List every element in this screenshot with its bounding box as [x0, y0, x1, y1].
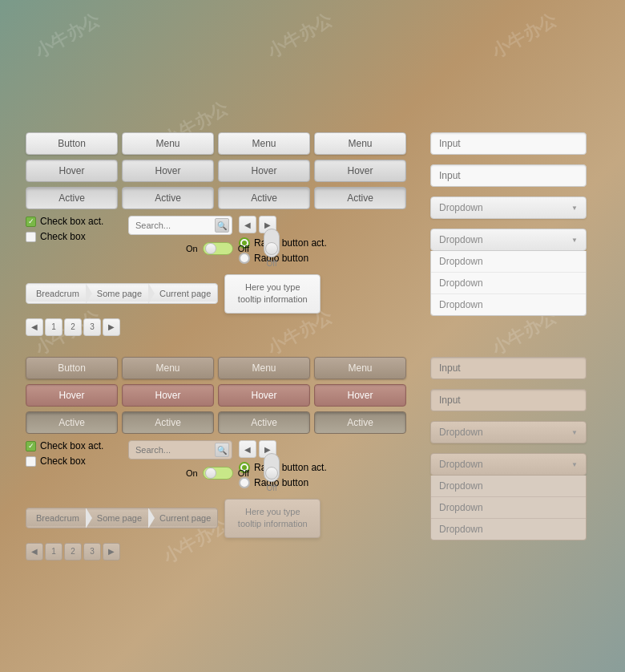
page-next[interactable]: ▶: [103, 318, 120, 336]
toggle-on-row: On Off: [186, 242, 249, 255]
btn-row-active: Active Active Active Active: [26, 187, 442, 209]
page-prev-dark[interactable]: ◀: [26, 543, 43, 561]
dropdown-open-container: Dropdown ▼ Dropdown Dropdown Dropdown: [430, 229, 599, 316]
button-normal-dark[interactable]: Button: [26, 357, 118, 379]
button-normal-light[interactable]: Button: [26, 132, 118, 155]
toggle-on-dark[interactable]: [203, 467, 233, 480]
dropdown-arrow-icon: ▼: [571, 204, 578, 212]
toggle-thumb: [205, 243, 216, 254]
dropdown-item-1-light[interactable]: Dropdown: [431, 251, 586, 273]
btn-row-hover: Hover Hover Hover Hover: [26, 160, 442, 182]
light-section: Button Menu Menu Menu Hover Hover Hover …: [26, 132, 442, 336]
toggle-on-label: On: [186, 244, 198, 253]
active-btn1-dark[interactable]: Active: [26, 411, 118, 434]
dropdown-item-3-dark[interactable]: Dropdown: [431, 519, 586, 540]
dropdown-item-3-light[interactable]: Dropdown: [431, 294, 586, 315]
dropdown-open-dark[interactable]: Dropdown ▼: [430, 453, 587, 476]
dropdown-menu-light: Dropdown Dropdown Dropdown: [430, 251, 587, 316]
hover-btn3-dark[interactable]: Hover: [218, 384, 310, 407]
tooltip-box-dark: Here you type tooltip information: [224, 499, 321, 538]
active-btn2-light[interactable]: Active: [122, 187, 214, 209]
page-2-dark[interactable]: 2: [64, 543, 82, 561]
dropdown-arrow-dark-icon: ▼: [571, 429, 578, 436]
toggle-vertical[interactable]: [264, 229, 280, 257]
dropdown-item-2-dark[interactable]: Dropdown: [431, 497, 586, 519]
search-wrap: 🔍: [128, 216, 232, 235]
dropdown-item-2-light[interactable]: Dropdown: [431, 273, 586, 294]
checkbox-row: Check box: [26, 231, 122, 242]
page-next-dark[interactable]: ▶: [103, 543, 120, 561]
checkbox-act-box[interactable]: ✓: [26, 217, 36, 227]
search-wrap-dark: 🔍: [128, 440, 232, 459]
hover-btn2-light[interactable]: Hover: [122, 160, 214, 182]
toggle-vertical-dark[interactable]: [264, 453, 280, 482]
checkbox-act-box-dark[interactable]: ✓: [26, 441, 36, 451]
checkbox-check-icon: ✓: [28, 218, 34, 225]
toggle-on-row-dark: On Off: [186, 467, 249, 480]
toggle-off-btn-dark: Off: [264, 453, 280, 492]
breadcrumb-item-1-dark[interactable]: Breadcrum: [26, 510, 86, 526]
checkbox-check-dark-icon: ✓: [28, 443, 34, 450]
active-btn4-light[interactable]: Active: [314, 187, 406, 209]
checkbox-act-label-dark: Check box act.: [40, 440, 103, 451]
breadcrumb-item-3[interactable]: Current page: [148, 285, 217, 302]
menu-btn3-dark[interactable]: Menu: [314, 357, 406, 379]
toggle-thumb-v-dark: [265, 467, 278, 480]
toggle-thumb-dark: [205, 468, 216, 479]
menu-btn2-light[interactable]: Menu: [218, 132, 310, 155]
hover-btn1-light[interactable]: Hover: [26, 160, 118, 182]
menu-btn3-light[interactable]: Menu: [314, 132, 406, 155]
breadcrumb-item-1[interactable]: Breadcrum: [26, 285, 86, 302]
breadcrumb-item-2-dark[interactable]: Some page: [86, 510, 148, 526]
right-section-dark: Dropdown ▼ Dropdown ▼ Dropdown Dropdown …: [430, 357, 599, 540]
page-1[interactable]: 1: [45, 318, 62, 336]
dropdown-open-container-dark: Dropdown ▼ Dropdown Dropdown Dropdown: [430, 453, 599, 540]
hover-btn1-dark[interactable]: Hover: [26, 384, 118, 407]
search-icon[interactable]: 🔍: [215, 218, 229, 233]
pagination-dark: ◀ 1 2 3 ▶: [26, 543, 442, 561]
btn-row-active-dark: Active Active Active Active: [26, 411, 442, 434]
menu-btn2-dark[interactable]: Menu: [218, 357, 310, 379]
toggle-off2-label-dark: Off: [267, 484, 277, 492]
breadcrumb: Breadcrum Some page Current page: [26, 283, 218, 304]
dropdown-item-1-dark[interactable]: Dropdown: [431, 476, 586, 497]
breadcrumb-item-2[interactable]: Some page: [86, 285, 148, 302]
input-field-1-light[interactable]: [430, 132, 587, 155]
hover-btn4-light[interactable]: Hover: [314, 160, 406, 182]
dark-section: Button Menu Menu Menu Hover Hover Hover …: [26, 357, 442, 561]
checkbox-box-dark[interactable]: [26, 456, 36, 467]
toggle-off-label-dark: Off: [238, 468, 249, 478]
hover-btn4-dark[interactable]: Hover: [314, 384, 406, 407]
watermark: 小牛办公: [487, 8, 560, 64]
checkbox-row-dark: Check box: [26, 455, 122, 467]
search-icon-dark[interactable]: 🔍: [215, 443, 229, 457]
menu-btn1-dark[interactable]: Menu: [122, 357, 214, 379]
right-section-light: Dropdown ▼ Dropdown ▼ Dropdown Dropdown …: [430, 132, 599, 316]
active-btn3-dark[interactable]: Active: [218, 411, 310, 434]
page-prev[interactable]: ◀: [26, 318, 43, 336]
checkbox-label-dark: Check box: [40, 455, 86, 467]
dropdown-closed-light[interactable]: Dropdown ▼: [430, 196, 587, 219]
active-btn1-light[interactable]: Active: [26, 187, 118, 209]
page-1-dark[interactable]: 1: [45, 543, 62, 561]
breadcrumb-item-3-dark[interactable]: Current page: [148, 510, 217, 526]
active-btn3-light[interactable]: Active: [218, 187, 310, 209]
page-3[interactable]: 3: [83, 318, 101, 336]
active-btn2-dark[interactable]: Active: [122, 411, 214, 434]
input-field-1-dark[interactable]: [430, 357, 587, 379]
menu-btn1-light[interactable]: Menu: [122, 132, 214, 155]
checkbox-label: Check box: [40, 231, 86, 242]
toggle-thumb-v: [265, 242, 278, 255]
toggle-on[interactable]: [203, 242, 233, 255]
input-field-2-dark[interactable]: [430, 389, 587, 411]
dropdown-closed-dark[interactable]: Dropdown ▼: [430, 421, 587, 443]
hover-btn2-dark[interactable]: Hover: [122, 384, 214, 407]
checkbox-box[interactable]: [26, 232, 36, 242]
page-2[interactable]: 2: [64, 318, 82, 336]
input-field-2-light[interactable]: [430, 164, 587, 187]
dropdown-open-light[interactable]: Dropdown ▼: [430, 229, 587, 251]
active-btn4-dark[interactable]: Active: [314, 411, 406, 434]
hover-btn3-light[interactable]: Hover: [218, 160, 310, 182]
watermark: 小牛办公: [30, 8, 103, 64]
page-3-dark[interactable]: 3: [83, 543, 101, 561]
